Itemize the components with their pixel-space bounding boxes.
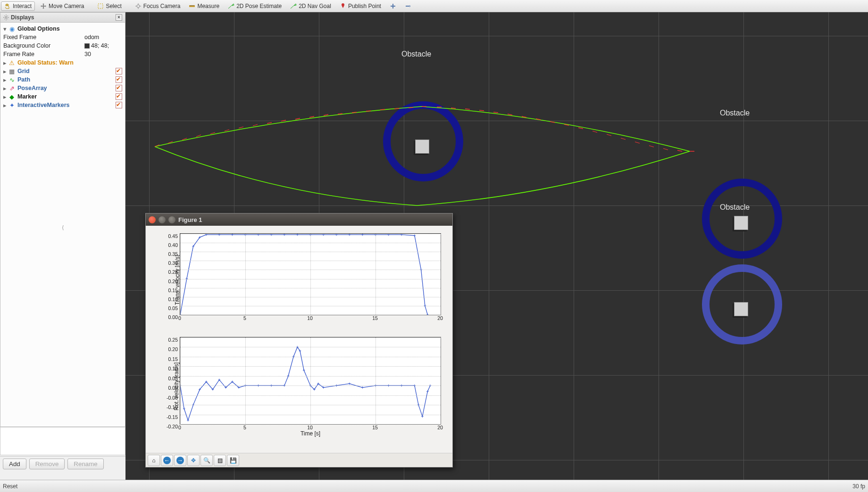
- move-icon: [40, 3, 47, 9]
- focus-camera-button[interactable]: Focus Camera: [132, 1, 184, 11]
- bg-color-item[interactable]: Background Color 48; 48;: [1, 41, 124, 50]
- marker-label: Marker: [17, 93, 116, 100]
- plus-tool-button[interactable]: [386, 1, 400, 11]
- chart-trans-velocity: Trans. velocity [m/s] 0.000.050.100.150.…: [151, 230, 447, 329]
- hand-icon: [4, 3, 11, 9]
- marker-checkbox[interactable]: [116, 93, 122, 100]
- svg-point-3: [5, 16, 7, 18]
- grid-icon: ▦: [8, 68, 16, 75]
- chevron-right-icon[interactable]: ▸: [3, 76, 8, 83]
- arrow-left-icon: ←: [163, 457, 171, 464]
- add-button[interactable]: Add: [3, 459, 26, 469]
- bg-color-value: 48; 48;: [84, 42, 122, 49]
- minus-tool-button[interactable]: [401, 1, 415, 11]
- measure-label: Measure: [197, 3, 219, 9]
- zoom-button[interactable]: 🔍: [200, 455, 213, 466]
- frame-rate-label: Frame Rate: [3, 51, 84, 57]
- nav-arrow-green-icon: [290, 3, 297, 9]
- select-button[interactable]: Select: [94, 1, 125, 11]
- frame-rate-item[interactable]: Frame Rate 30: [1, 50, 124, 58]
- pan-button[interactable]: ✥: [187, 455, 200, 466]
- grid-display-item[interactable]: ▸ ▦ Grid: [1, 67, 124, 75]
- chart-xlabel: Time [s]: [180, 430, 441, 437]
- home-button[interactable]: ⌂: [148, 455, 160, 466]
- home-icon: ⌂: [152, 457, 155, 464]
- remove-button[interactable]: Remove: [29, 459, 65, 469]
- path-label: Path: [17, 76, 116, 83]
- left-column: Displays × ▾ ◉ Global Options Fixed Fram…: [0, 12, 125, 480]
- measure-button[interactable]: Measure: [185, 1, 223, 11]
- chart-rot-velocity: Rot. velocity [rad/s] -0.20-0.15-0.10-0.…: [151, 334, 447, 439]
- select-label: Select: [106, 3, 121, 9]
- plus-icon: [390, 3, 396, 9]
- pose-estimate-button[interactable]: 2D Pose Estimate: [225, 1, 285, 11]
- posearray-icon: ⇗: [8, 85, 16, 92]
- pan-icon: ✥: [191, 457, 196, 464]
- forward-button[interactable]: →: [174, 455, 186, 466]
- posearray-checkbox[interactable]: [116, 85, 122, 91]
- focus-camera-label: Focus Camera: [143, 3, 181, 9]
- figure-window[interactable]: Figure 1 Trans. velocity [m/s] 0.000.050…: [145, 213, 453, 467]
- back-button[interactable]: ←: [161, 455, 173, 466]
- pose-arrow-green-icon: [228, 3, 234, 9]
- window-close-icon[interactable]: [149, 216, 156, 223]
- fps-label: 30 fp: [852, 483, 865, 490]
- marker-display-item[interactable]: ▸ ◆ Marker: [1, 92, 124, 101]
- window-maximize-icon[interactable]: [168, 216, 175, 223]
- displays-title-label: Displays: [11, 14, 34, 21]
- interactive-markers-checkbox[interactable]: [116, 102, 122, 108]
- nav-goal-button[interactable]: 2D Nav Goal: [287, 1, 334, 11]
- fixed-frame-label: Fixed Frame: [3, 34, 84, 41]
- chevron-right-icon[interactable]: ▸: [3, 93, 8, 100]
- vertical-drag-handle[interactable]: ⟨: [0, 224, 125, 229]
- interactive-marker-icon: ✦: [8, 102, 16, 109]
- chevron-right-icon[interactable]: ▸: [3, 85, 8, 92]
- displays-tree[interactable]: ▾ ◉ Global Options Fixed Frame odom Back…: [0, 23, 125, 224]
- panel-close-button[interactable]: ×: [116, 14, 122, 21]
- interactive-markers-display-item[interactable]: ▸ ✦ InteractiveMarkers: [1, 101, 124, 109]
- grid-checkbox[interactable]: [116, 68, 122, 74]
- window-minimize-icon[interactable]: [159, 216, 166, 223]
- global-options-item[interactable]: ▾ ◉ Global Options: [1, 25, 124, 33]
- publish-point-button[interactable]: Publish Point: [336, 1, 384, 11]
- frame-rate-value: 30: [84, 51, 122, 57]
- pose-estimate-label: 2D Pose Estimate: [236, 3, 282, 9]
- display-buttons-row: Add Remove Rename: [0, 456, 125, 471]
- reset-label[interactable]: Reset: [3, 483, 17, 490]
- path-icon: ∿: [8, 76, 16, 83]
- global-status-label: Global Status: Warn: [17, 59, 122, 66]
- interact-label: Interact: [13, 3, 32, 9]
- focus-icon: [135, 3, 142, 9]
- move-camera-button[interactable]: Move Camera: [37, 1, 87, 11]
- interact-button[interactable]: Interact: [1, 1, 35, 11]
- chevron-right-icon[interactable]: ▸: [3, 68, 8, 75]
- main-toolbar: Interact Move Camera Select Focus Camera…: [0, 0, 868, 12]
- global-status-item[interactable]: ▸ ⚠ Global Status: Warn: [1, 58, 124, 67]
- globe-icon: ◉: [8, 25, 16, 33]
- posearray-display-item[interactable]: ▸ ⇗ PoseArray: [1, 84, 124, 92]
- subplots-button[interactable]: ▤: [214, 455, 226, 466]
- svg-point-1: [137, 5, 140, 8]
- bg-color-label: Background Color: [3, 42, 84, 49]
- interactive-markers-label: InteractiveMarkers: [17, 102, 116, 108]
- displays-title-bar[interactable]: Displays ×: [0, 13, 125, 23]
- chevron-right-icon[interactable]: ▸: [3, 59, 8, 66]
- chevron-down-icon[interactable]: ▾: [3, 25, 8, 33]
- rename-button[interactable]: Rename: [67, 459, 103, 469]
- obstacle-label-a: Obstacle: [401, 50, 431, 58]
- description-box: [0, 427, 125, 455]
- chevron-right-icon[interactable]: ▸: [3, 102, 8, 109]
- color-swatch: [84, 43, 90, 49]
- select-icon: [97, 3, 104, 9]
- figure-toolbar: ⌂ ← → ✥ 🔍 ▤ 💾: [146, 453, 452, 467]
- status-bar: Reset 30 fp: [0, 480, 868, 492]
- figure-body: Trans. velocity [m/s] 0.000.050.100.150.…: [146, 226, 452, 453]
- path-checkbox[interactable]: [116, 76, 122, 83]
- path-display-item[interactable]: ▸ ∿ Path: [1, 75, 124, 84]
- save-button[interactable]: 💾: [227, 455, 239, 466]
- fixed-frame-item[interactable]: Fixed Frame odom: [1, 33, 124, 41]
- move-camera-label: Move Camera: [49, 3, 84, 9]
- figure-titlebar[interactable]: Figure 1: [146, 213, 452, 226]
- svg-rect-0: [98, 4, 103, 8]
- ruler-icon: [189, 3, 195, 9]
